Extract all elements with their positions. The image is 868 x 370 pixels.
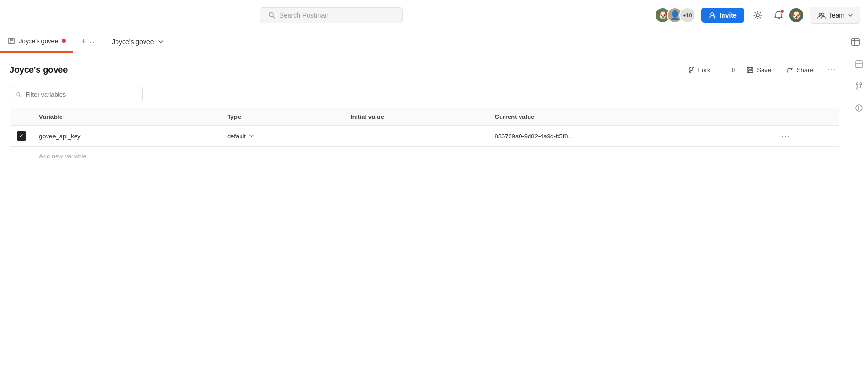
gear-icon <box>753 10 762 20</box>
main-panel: Joyce's govee Fork | 0 <box>0 53 849 370</box>
svg-point-2 <box>711 13 714 16</box>
tab-modified-dot <box>62 39 66 43</box>
more-tabs-button[interactable]: ··· <box>90 38 98 46</box>
panel-header-bar: Joyce's govee <box>104 30 868 53</box>
tab-joyces-govee[interactable]: Joyce's govee <box>0 30 73 53</box>
sidebar-view-icon[interactable] <box>852 57 866 73</box>
avatar-count: +10 <box>679 7 695 23</box>
tab-label: Joyce's govee <box>19 38 58 45</box>
fork-divider: | <box>722 65 724 75</box>
svg-line-22 <box>19 95 21 97</box>
filter-input-wrapper[interactable] <box>10 87 143 102</box>
add-variable-row: Add new variable <box>10 147 839 166</box>
chevron-down-icon <box>848 12 853 18</box>
svg-point-5 <box>756 14 759 17</box>
sidebar-fork-icon-svg <box>855 82 863 90</box>
row-initial-value[interactable] <box>345 126 489 147</box>
topbar: Search Postman 🐶 👤 +10 Invite <box>0 0 868 30</box>
checkbox-checked[interactable]: ✓ <box>17 131 26 141</box>
team-icon <box>817 11 826 19</box>
svg-rect-20 <box>748 70 752 73</box>
panel-view-icon[interactable] <box>851 37 860 47</box>
settings-button[interactable] <box>750 8 765 23</box>
team-button[interactable]: Team <box>810 7 860 24</box>
user-avatar[interactable]: 🐶 <box>788 7 804 23</box>
panel-title-chevron[interactable] <box>157 39 164 45</box>
table-header-actions <box>776 108 839 126</box>
search-box[interactable]: Search Postman <box>260 7 403 23</box>
sidebar-fork-icon[interactable] <box>852 79 866 95</box>
add-tab-button[interactable]: + <box>79 37 88 47</box>
table-header-type: Type <box>222 108 345 126</box>
svg-rect-23 <box>856 61 862 68</box>
svg-line-1 <box>273 16 275 18</box>
content-area: Joyce's govee Fork | 0 <box>0 53 868 370</box>
filter-bar <box>10 87 839 102</box>
panel-content: Joyce's govee Fork | 0 <box>0 53 849 370</box>
fork-count: 0 <box>732 67 735 74</box>
team-label: Team <box>829 11 845 19</box>
topbar-right: 🐶 👤 +10 Invite <box>655 7 860 24</box>
row-checkbox-cell[interactable]: ✓ <box>10 126 33 147</box>
table-header-row: Variable Type Initial value Current valu… <box>10 108 839 126</box>
share-icon <box>786 66 794 74</box>
notification-button[interactable] <box>771 8 786 23</box>
panel-title-area: Joyce's govee <box>112 38 164 46</box>
filter-variables-input[interactable] <box>26 91 136 98</box>
table-header-variable: Variable <box>33 108 222 126</box>
add-variable-cell[interactable]: Add new variable <box>33 147 222 166</box>
table-header-current-value: Current value <box>489 108 776 126</box>
env-actions: Fork | 0 Save <box>684 63 839 77</box>
save-icon <box>746 66 754 74</box>
search-placeholder-text: Search Postman <box>280 11 329 19</box>
environment-title: Joyce's govee <box>10 65 68 75</box>
table-header-checkbox <box>10 108 33 126</box>
svg-rect-19 <box>749 67 752 69</box>
avatar-group[interactable]: 🐶 👤 +10 <box>655 7 695 23</box>
row-type-cell[interactable]: default <box>222 126 345 147</box>
svg-point-7 <box>821 13 824 15</box>
table-row: ✓ govee_api_key default 8 <box>10 126 839 147</box>
panel-title: Joyce's govee <box>112 38 154 46</box>
invite-icon <box>709 11 716 19</box>
more-options-button[interactable]: ··· <box>825 63 839 77</box>
search-icon <box>268 11 276 19</box>
add-row-checkbox <box>10 147 33 166</box>
row-actions[interactable]: ··· <box>776 126 839 147</box>
fork-button[interactable]: Fork <box>684 63 714 77</box>
invite-button[interactable]: Invite <box>701 8 744 23</box>
table-header-initial-value: Initial value <box>345 108 489 126</box>
svg-rect-12 <box>852 39 859 45</box>
sidebar-info-icon[interactable] <box>852 101 866 117</box>
save-button[interactable]: Save <box>743 63 775 77</box>
row-current-value[interactable]: 836709a0-9d82-4a9d-b5f8... <box>489 126 776 147</box>
share-button[interactable]: Share <box>782 63 817 77</box>
sidebar-info-icon-svg <box>855 104 863 112</box>
type-chevron-icon <box>249 133 254 139</box>
environment-header: Joyce's govee Fork | 0 <box>10 63 839 77</box>
svg-point-6 <box>819 13 821 15</box>
tab-add-area: + ··· <box>73 37 104 47</box>
right-sidebar <box>849 53 868 370</box>
type-select[interactable]: default <box>227 133 339 140</box>
panel-right-icons <box>851 37 860 47</box>
svg-point-17 <box>689 72 691 73</box>
row-more-button[interactable]: ··· <box>782 132 791 140</box>
add-variable-placeholder: Add new variable <box>39 153 87 160</box>
environment-icon <box>8 37 15 45</box>
notification-dot <box>781 10 784 13</box>
filter-search-icon <box>16 91 22 98</box>
tabbar: Joyce's govee + ··· Joyce's govee <box>0 30 868 53</box>
variables-table: Variable Type Initial value Current valu… <box>10 108 839 166</box>
sidebar-table-icon <box>855 60 863 68</box>
row-variable-name[interactable]: govee_api_key <box>33 126 222 147</box>
fork-icon <box>687 66 695 74</box>
svg-point-31 <box>858 106 859 107</box>
